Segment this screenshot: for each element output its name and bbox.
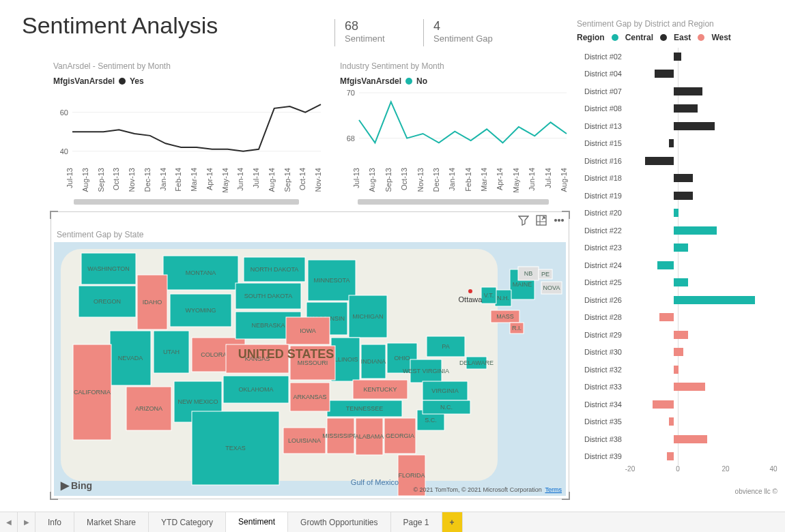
district-row[interactable]: District #22 <box>577 222 782 239</box>
svg-text:WYOMING: WYOMING <box>186 307 216 314</box>
svg-text:Dec-13: Dec-13 <box>143 168 152 192</box>
district-row[interactable]: District #07 <box>577 83 782 100</box>
chart-legend: Region Central East West <box>577 33 782 42</box>
svg-text:OREGON: OREGON <box>94 298 121 305</box>
svg-text:Sep-13: Sep-13 <box>97 168 105 192</box>
more-options-icon[interactable] <box>554 215 565 226</box>
district-row[interactable]: District #20 <box>577 205 782 222</box>
svg-text:May-14: May-14 <box>221 168 229 193</box>
svg-text:Jan-14: Jan-14 <box>159 168 167 191</box>
district-bar <box>674 87 702 95</box>
svg-text:Apr-14: Apr-14 <box>496 168 504 190</box>
svg-text:WASHINGTON: WASHINGTON <box>87 265 130 272</box>
district-row[interactable]: District #19 <box>577 187 782 205</box>
kpi-label: Sentiment <box>345 33 385 44</box>
district-label: District #16 <box>577 157 626 165</box>
district-label: District #33 <box>577 383 626 391</box>
district-bar <box>669 417 674 426</box>
chart-scrollbar[interactable] <box>358 199 549 205</box>
svg-text:WEST VIRGINIA: WEST VIRGINIA <box>403 368 449 374</box>
district-row[interactable]: District #16 <box>577 152 782 170</box>
svg-text:Aug-13: Aug-13 <box>368 168 376 192</box>
district-row[interactable]: District #32 <box>577 361 782 379</box>
filter-icon[interactable] <box>518 215 529 226</box>
district-row[interactable]: District #25 <box>577 274 782 292</box>
district-bar <box>659 313 674 321</box>
svg-text:UNITED STATES: UNITED STATES <box>238 347 334 361</box>
district-row[interactable]: District #23 <box>577 239 782 257</box>
tab-prev-button[interactable]: ◀ <box>0 512 18 532</box>
svg-text:Apr-14: Apr-14 <box>205 168 214 190</box>
tab-market-share[interactable]: Market Share <box>74 512 149 532</box>
svg-text:Ottawa: Ottawa <box>459 295 483 304</box>
district-label: District #39 <box>577 452 626 460</box>
svg-text:S.C.: S.C. <box>425 417 437 424</box>
chart-vanarsdel-sentiment[interactable]: VanArsdel - Sentiment by Month MfgisVanA… <box>53 61 324 205</box>
tab-ytd-category[interactable]: YTD Category <box>149 512 226 532</box>
district-bar <box>674 209 679 217</box>
svg-text:IDAHO: IDAHO <box>143 299 162 306</box>
svg-text:Sep-13: Sep-13 <box>384 168 392 192</box>
swatch-dark <box>119 78 126 85</box>
tab-page-1[interactable]: Page 1 <box>391 512 442 532</box>
svg-text:Feb-14: Feb-14 <box>174 168 182 192</box>
svg-text:R.I.: R.I. <box>512 325 522 331</box>
svg-text:Nov-14: Nov-14 <box>314 168 322 192</box>
svg-text:MONTANA: MONTANA <box>186 269 216 276</box>
district-row[interactable]: District #26 <box>577 291 782 309</box>
chart-scrollbar[interactable] <box>74 199 299 205</box>
district-bar <box>655 70 674 78</box>
svg-text:KENTUCKY: KENTUCKY <box>363 386 397 393</box>
district-row[interactable]: District #24 <box>577 256 782 274</box>
district-bar <box>674 122 715 130</box>
map-canvas[interactable]: WASHINGTONMONTANANORTH DAKOTAMINNESOTAOR… <box>54 242 566 496</box>
svg-text:TEXAS: TEXAS <box>225 445 246 452</box>
focus-mode-icon[interactable] <box>536 215 547 226</box>
tab-sentiment[interactable]: Sentiment <box>226 512 288 532</box>
svg-text:Aug-13: Aug-13 <box>81 168 89 192</box>
svg-text:ILLINOIS: ILLINOIS <box>332 356 358 363</box>
tab-info[interactable]: Info <box>35 512 74 532</box>
map-sentiment-gap-state[interactable]: Sentiment Gap by State WASHINGTONMONTANA… <box>51 211 569 499</box>
tab-next-button[interactable]: ▶ <box>18 512 35 532</box>
district-row[interactable]: District #29 <box>577 326 782 344</box>
district-label: District #18 <box>577 174 626 182</box>
svg-point-42 <box>562 220 564 222</box>
district-label: District #22 <box>577 226 626 235</box>
svg-text:Oct-13: Oct-13 <box>112 168 120 190</box>
district-label: District #02 <box>577 53 626 61</box>
chart-title: VanArsdel - Sentiment by Month <box>53 61 324 71</box>
district-label: District #35 <box>577 417 626 426</box>
district-bar <box>674 104 698 113</box>
svg-text:Jul-14: Jul-14 <box>544 168 552 188</box>
kpi-label: Sentiment Gap <box>433 33 493 44</box>
district-row[interactable]: District #04 <box>577 65 782 83</box>
district-row[interactable]: District #15 <box>577 135 782 153</box>
district-row[interactable]: District #34 <box>577 396 782 413</box>
district-row[interactable]: District #18 <box>577 170 782 188</box>
district-row[interactable]: District #38 <box>577 430 782 448</box>
tab-add-button[interactable]: + <box>442 512 463 532</box>
district-row[interactable]: District #13 <box>577 117 782 135</box>
terms-link[interactable]: Terms <box>545 486 562 493</box>
svg-text:N.H.: N.H. <box>497 295 509 301</box>
district-label: District #08 <box>577 104 626 113</box>
tab-growth-opportunities[interactable]: Growth Opportunities <box>288 512 390 532</box>
district-row[interactable]: District #39 <box>577 448 782 466</box>
svg-text:Jul-13: Jul-13 <box>352 168 360 188</box>
svg-text:FLORIDA: FLORIDA <box>398 472 425 479</box>
district-row[interactable]: District #35 <box>577 413 782 431</box>
district-row[interactable]: District #28 <box>577 309 782 327</box>
district-bar <box>667 452 674 460</box>
district-row[interactable]: District #02 <box>577 48 782 65</box>
svg-point-41 <box>558 220 560 222</box>
svg-text:Dec-13: Dec-13 <box>432 168 440 192</box>
kpi-sentiment: 68 Sentiment <box>334 19 385 46</box>
district-row[interactable]: District #33 <box>577 379 782 396</box>
chart-industry-sentiment[interactable]: Industry Sentiment by Month MfgisVanArsd… <box>340 61 569 205</box>
chart-sentiment-gap-district[interactable]: Sentiment Gap by District and Region Reg… <box>577 19 782 497</box>
district-row[interactable]: District #30 <box>577 344 782 361</box>
district-row[interactable]: District #08 <box>577 100 782 118</box>
district-label: District #04 <box>577 70 626 78</box>
svg-text:ALABAMA: ALABAMA <box>355 433 384 440</box>
